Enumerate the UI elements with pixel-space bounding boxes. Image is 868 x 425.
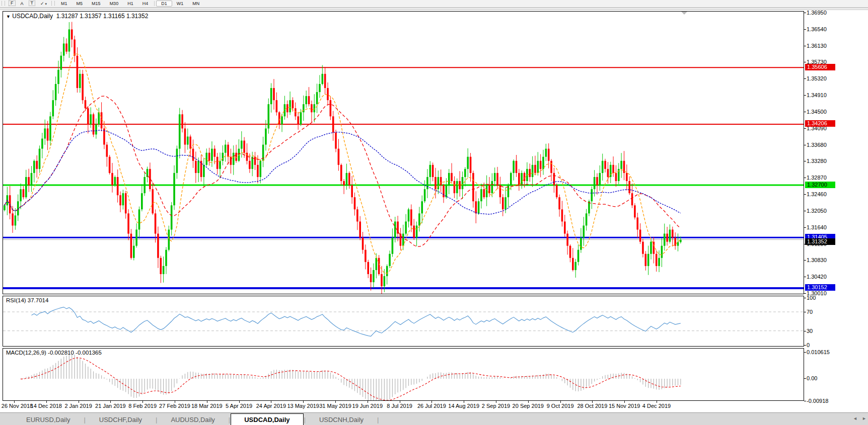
terminal-window: FAT✓▾ M1M5M15M30H1H4D1W1MN ▼ USDCAD,Dail… [0,0,868,425]
axis-tick [239,401,240,403]
timeframe-w1-button[interactable]: W1 [172,1,188,7]
chart-tab-usdcad[interactable]: USDCAD,Daily [231,413,303,425]
macd-plot [3,349,804,400]
axis-tick [804,312,806,312]
candle-body [152,189,154,213]
candle-body [402,234,404,246]
candle-body [87,108,89,124]
drawing-tools-button[interactable]: ✓▾ [37,1,50,7]
axis-tick [804,145,806,145]
price-tick-label: 1.30420 [807,274,827,280]
candle-body [39,149,41,169]
candle-body [577,250,580,262]
candle-body [510,173,512,185]
tool-button-group: FAT✓▾ [7,1,50,7]
candle-body [168,230,170,250]
candle-body [330,100,332,116]
price-tick-label: 1.36950 [807,10,827,16]
candle-body [28,177,30,185]
candle-body [346,173,348,185]
axis-tick [271,401,271,403]
macd-tick-label: -0.00918 [807,398,828,404]
arrow-label-tool-button[interactable]: A [18,1,27,7]
candle-body [356,209,358,221]
timeframe-m5-button[interactable]: M5 [72,1,88,7]
timeframe-d1-button[interactable]: D1 [156,1,172,7]
date-tick-label: 26 Nov 2018 [2,403,33,409]
candle-body [184,128,186,144]
timeframe-mn-button[interactable]: MN [188,1,204,7]
chart-tab-usdcnh[interactable]: USDCNH,Daily [306,414,377,425]
candle-body [324,74,326,88]
candle-body [276,100,278,112]
candle-body [354,197,356,209]
candle-body [68,29,70,51]
candle-body [513,161,515,173]
candle-body [602,161,604,173]
macd-signal-line [21,358,681,400]
candle-body [305,96,307,104]
candle-body [171,205,173,229]
chart-shift-marker-icon[interactable] [681,12,687,15]
axis-tick [110,401,111,403]
collapse-quotes-icon[interactable]: ▼ [6,14,11,19]
tab-scroll-left-icon[interactable]: ◄ [853,416,857,421]
candle-body [351,185,353,197]
candle-body [628,181,630,193]
ma-line-fast [5,54,681,274]
frame-tool-button[interactable]: F [9,1,16,6]
candle-body [31,173,33,185]
text-tool-button[interactable]: T [29,1,36,6]
candle-body [77,56,79,88]
date-tick-label: 14 Aug 2019 [448,403,479,409]
price-tick-label: 1.30830 [807,257,827,263]
caret-down-icon[interactable]: ▾ [45,2,47,6]
timeframe-m30-button[interactable]: M30 [105,1,123,7]
candle-body [211,149,213,161]
chart-symbol-label: USDCAD,Daily [12,13,53,20]
candle-body [502,197,504,209]
chart-tab-usdchf[interactable]: USDCHF,Daily [86,414,155,425]
timeframe-m15-button[interactable]: M15 [87,1,105,7]
price-chart-panel[interactable] [3,11,804,294]
axis-tick [400,401,400,403]
macd-indicator-panel[interactable]: MACD(12,26,9) -0.002810 -0.001365 [3,348,804,401]
ohlc-low: 1.31165 [103,13,125,20]
candle-body [74,39,76,55]
candle-body [348,173,350,185]
timeframe-m1-button[interactable]: M1 [56,1,72,7]
candle-body [114,177,116,185]
candle-body [580,238,582,250]
chart-tab-eurusd[interactable]: EURUSD,Daily [13,414,83,425]
timeframe-h4-button[interactable]: H4 [138,1,153,7]
candle-body [612,165,614,173]
candle-body [300,112,302,124]
candle-body [316,92,318,104]
toolbar-grip[interactable] [51,1,55,6]
candle-body [327,88,329,100]
timeframe-h1-button[interactable]: H1 [123,1,138,7]
candle-body [529,169,531,177]
candle-body [448,173,450,185]
candle-body [225,145,227,153]
candle-body [599,173,601,185]
ohlc-close: 1.31352 [126,13,148,20]
date-tick-label: 5 Apr 2019 [226,403,252,409]
candle-body [79,74,81,88]
toolbar-grip[interactable] [2,1,5,6]
date-tick-label: 8 Feb 2019 [128,403,157,409]
rsi-label: RSI(14) 37.7014 [6,297,48,303]
candle-body [516,161,518,173]
candle-body [653,242,655,254]
candle-body [574,262,576,270]
candle-body [532,165,534,177]
rsi-indicator-panel[interactable]: RSI(14) 37.7014 [3,296,804,347]
candle-body [208,153,210,161]
ohlc-open: 1.31287 [56,13,78,20]
candle-body [475,201,477,213]
candle-body [394,221,396,237]
chart-tab-audusd[interactable]: AUDUSD,Daily [158,414,228,425]
candle-body [370,274,372,282]
tab-scroll-right-icon[interactable]: ► [862,416,866,421]
candle-body [82,74,84,100]
